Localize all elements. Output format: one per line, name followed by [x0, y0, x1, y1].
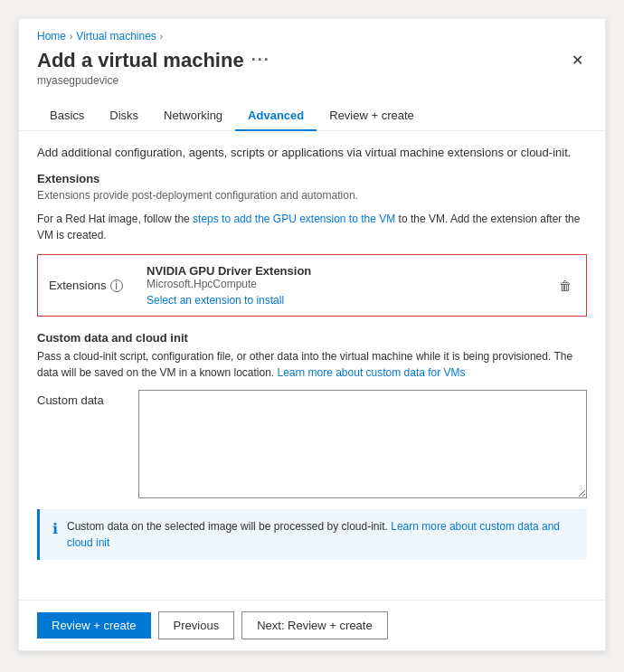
info-banner: ℹ Custom data on the selected image will…: [37, 509, 587, 560]
cloud-init-description: Pass a cloud-init script, configuration …: [37, 348, 587, 381]
cloud-init-title: Custom data and cloud init: [37, 331, 587, 345]
previous-button[interactable]: Previous: [158, 611, 235, 639]
breadcrumb: Home › Virtual machines ›: [19, 19, 605, 43]
learn-more-link[interactable]: Learn more about custom data for VMs: [278, 366, 466, 379]
extension-provider: Microsoft.HpcCompute: [147, 278, 548, 290]
cloud-init-section: Custom data and cloud init Pass a cloud-…: [37, 331, 587, 498]
custom-data-field-row: Custom data: [37, 390, 587, 498]
add-vm-panel: Home › Virtual machines › Add a virtual …: [18, 18, 606, 651]
info-banner-text: Custom data on the selected image will b…: [67, 518, 574, 551]
more-options-button[interactable]: ···: [251, 51, 270, 70]
breadcrumb-chevron-2: ›: [160, 32, 163, 42]
breadcrumb-chevron-1: ›: [70, 32, 72, 42]
panel-subtitle: myasegpudevice: [19, 72, 605, 87]
select-extension-link[interactable]: Select an extension to install: [147, 294, 548, 307]
gpu-extension-link[interactable]: steps to add the GPU extension to the VM: [193, 213, 395, 225]
extensions-field-label: Extensions i: [49, 279, 139, 292]
extensions-box: Extensions i NVIDIA GPU Driver Extension…: [37, 254, 587, 317]
info-banner-icon: ℹ: [52, 518, 58, 540]
tab-advanced[interactable]: Advanced: [235, 101, 317, 131]
extensions-title: Extensions: [37, 172, 587, 185]
breadcrumb-home[interactable]: Home: [37, 30, 66, 43]
header-row: Add a virtual machine ··· ✕: [19, 43, 605, 72]
top-description: Add additional configuration, agents, sc…: [37, 146, 587, 159]
main-content: Add additional configuration, agents, sc…: [19, 131, 605, 600]
page-title: Add a virtual machine ···: [37, 49, 270, 72]
review-create-button[interactable]: Review + create: [37, 612, 151, 639]
custom-data-input[interactable]: [138, 390, 587, 498]
extensions-subtitle: Extensions provide post-deployment confi…: [37, 189, 587, 202]
extension-name: NVIDIA GPU Driver Extension: [147, 264, 548, 278]
tab-review-create[interactable]: Review + create: [317, 101, 427, 131]
breadcrumb-virtual-machines[interactable]: Virtual machines: [76, 30, 156, 43]
delete-extension-button[interactable]: 🗑: [555, 275, 575, 297]
tab-bar: Basics Disks Networking Advanced Review …: [19, 87, 605, 131]
close-button[interactable]: ✕: [568, 48, 587, 72]
tab-basics[interactable]: Basics: [37, 101, 97, 131]
custom-data-label: Custom data: [37, 390, 128, 407]
extensions-info-text: For a Red Hat image, follow the steps to…: [37, 211, 587, 243]
tab-networking[interactable]: Networking: [151, 101, 235, 131]
extension-content: NVIDIA GPU Driver Extension Microsoft.Hp…: [147, 264, 548, 307]
tab-disks[interactable]: Disks: [97, 101, 151, 131]
next-button[interactable]: Next: Review + create: [241, 611, 388, 639]
footer: Review + create Previous Next: Review + …: [19, 600, 605, 650]
extensions-info-icon[interactable]: i: [110, 279, 123, 292]
